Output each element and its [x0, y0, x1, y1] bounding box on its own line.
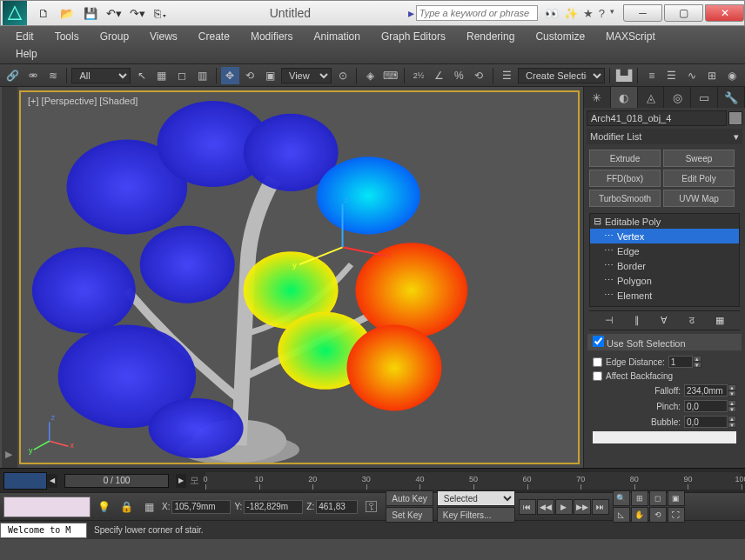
utilities-tab-icon[interactable]: 🔧 [718, 87, 745, 108]
configure-icon[interactable]: ▦ [715, 315, 724, 326]
pivot-icon[interactable]: ⊙ [333, 67, 352, 84]
edge-distance-field[interactable] [668, 356, 693, 368]
time-ruler[interactable]: 0102030405060708090100 [205, 472, 742, 490]
display-tab-icon[interactable]: ▭ [691, 87, 718, 108]
menu-graph-editors[interactable]: Graph Editors [371, 28, 456, 45]
track-bar-key[interactable] [3, 472, 47, 490]
key-icon[interactable]: ⚿ [361, 499, 382, 515]
rollup-header[interactable]: Use Soft Selection [587, 334, 742, 350]
goto-end-icon[interactable]: ⏭ [592, 499, 609, 515]
mod-sweep-button[interactable]: Sweep [663, 150, 735, 167]
zoom-all-icon[interactable]: ⊞ [631, 490, 648, 506]
affect-backfacing-checkbox[interactable] [593, 371, 602, 381]
new-icon[interactable]: 🗋 [32, 3, 55, 23]
close-button[interactable]: ✕ [705, 4, 744, 22]
align-icon[interactable]: ≡ [642, 67, 661, 84]
menu-customize[interactable]: Customize [525, 28, 595, 45]
keyboard-icon[interactable]: ⌨ [381, 67, 399, 84]
named-selection-combo[interactable]: Create Selection Se [518, 68, 605, 83]
maximize-viewport-icon[interactable]: ⛶ [668, 507, 685, 523]
play-icon[interactable]: ▶ [555, 499, 573, 515]
named-sel-icon[interactable]: ☰ [498, 67, 516, 84]
x-coord-field[interactable] [171, 500, 231, 514]
mod-uvwmap-button[interactable]: UVW Map [663, 190, 735, 207]
selection-filter-combo[interactable]: All [71, 68, 131, 83]
redo-icon[interactable]: ↷▾ [126, 3, 149, 23]
save-icon[interactable]: 💾 [79, 3, 102, 23]
manipulate-icon[interactable]: ◈ [361, 67, 379, 84]
mod-turbosmooth-button[interactable]: TurboSmooth [589, 190, 661, 207]
stack-vertex[interactable]: ⋯ Vertex [590, 229, 739, 243]
mirror-icon[interactable]: ▙▟ [614, 67, 633, 84]
binoculars-icon[interactable]: 👀 [545, 7, 559, 20]
show-result-icon[interactable]: ∥ [634, 315, 640, 326]
dropdown-icon[interactable]: ▾ [610, 7, 614, 20]
menu-maxscript[interactable]: MAXScript [595, 28, 666, 45]
star-icon[interactable]: ★ [583, 7, 594, 20]
stack-element[interactable]: ⋯ Element [590, 288, 739, 303]
maxscript-mini-listener[interactable]: Welcome to M [0, 523, 87, 538]
select-link-icon[interactable]: 🔗 [3, 67, 22, 84]
menu-rendering[interactable]: Rendering [456, 28, 525, 45]
z-coord-field[interactable] [316, 500, 358, 514]
rotate-icon[interactable]: ⟲ [241, 67, 259, 84]
edge-distance-checkbox[interactable] [593, 357, 602, 367]
pin-stack-icon[interactable]: ⊣ [605, 315, 614, 326]
make-unique-icon[interactable]: ∀ [661, 315, 668, 326]
y-coord-field[interactable] [244, 500, 303, 514]
layers-icon[interactable]: ☰ [662, 67, 681, 84]
pinch-field[interactable] [684, 400, 728, 412]
modify-tab-icon[interactable]: ◐ [611, 87, 638, 108]
select-region-icon[interactable]: ◻ [172, 67, 191, 84]
stack-polygon[interactable]: ⋯ Polygon [590, 273, 739, 288]
falloff-field[interactable] [684, 384, 728, 397]
info-icon[interactable]: ▸ [408, 6, 414, 20]
motion-tab-icon[interactable]: ◎ [664, 87, 691, 108]
maximize-button[interactable]: ▢ [664, 4, 703, 22]
lock-icon[interactable]: 🔒 [117, 498, 136, 516]
menu-group[interactable]: Group [90, 28, 139, 45]
stack-root[interactable]: ⊟ Editable Poly [590, 214, 739, 229]
create-tab-icon[interactable]: ✳ [584, 87, 611, 108]
prompt-icon[interactable]: 모 [186, 474, 202, 487]
pan-icon[interactable]: ✋ [631, 507, 648, 523]
mod-ffd-button[interactable]: FFD(box) [589, 170, 661, 187]
stack-border[interactable]: ⋯ Border [590, 258, 739, 273]
zoom-icon[interactable]: 🔍 [613, 490, 630, 506]
hierarchy-tab-icon[interactable]: ◬ [638, 87, 665, 108]
viewport-label[interactable]: [+] [Perspective] [Shaded] [28, 96, 138, 106]
next-frame-icon[interactable]: ▶▶ [574, 499, 591, 515]
menu-tools[interactable]: Tools [44, 28, 90, 45]
autokey-button[interactable]: Auto Key [386, 490, 433, 506]
menu-animation[interactable]: Animation [304, 28, 371, 45]
app-icon[interactable] [3, 1, 27, 25]
percent-snap-icon[interactable]: % [450, 67, 468, 84]
color-swatch[interactable] [728, 111, 742, 125]
spin-down-icon[interactable]: ▼ [693, 362, 701, 368]
time-prev-icon[interactable]: ◀ [47, 474, 57, 488]
mod-extrude-button[interactable]: Extrude [589, 150, 661, 167]
keyfilters-button[interactable]: Key Filters... [437, 507, 515, 523]
menu-help[interactable]: Help [5, 45, 48, 63]
material-icon[interactable]: ◉ [723, 67, 742, 84]
setkey-button[interactable]: Set Key [386, 507, 433, 523]
move-icon[interactable]: ✥ [221, 67, 239, 84]
snap-toggle-icon[interactable]: 2½ [409, 67, 427, 84]
menu-create[interactable]: Create [188, 28, 240, 45]
mod-editpoly-button[interactable]: Edit Poly [663, 170, 735, 187]
stack-edge[interactable]: ⋯ Edge [590, 243, 739, 258]
menu-views[interactable]: Views [139, 28, 188, 45]
coord-system-combo[interactable]: View [281, 68, 332, 83]
zoom-extents-all-icon[interactable]: ▣ [668, 490, 685, 506]
menu-modifiers[interactable]: Modifiers [240, 28, 304, 45]
prev-frame-icon[interactable]: ◀◀ [537, 499, 554, 515]
zoom-extents-icon[interactable]: ◻ [649, 490, 667, 506]
viewport[interactable]: [+] [Perspective] [Shaded] [19, 90, 580, 464]
link-icon[interactable]: ⎘▾ [150, 3, 172, 23]
undo-icon[interactable]: ↶▾ [103, 3, 125, 23]
use-soft-selection-checkbox[interactable] [593, 336, 604, 347]
goto-start-icon[interactable]: ⏮ [519, 499, 536, 515]
window-crossing-icon[interactable]: ▥ [192, 67, 211, 84]
curve-editor-icon[interactable]: ∿ [682, 67, 701, 84]
unlink-icon[interactable]: ⚮ [23, 67, 42, 84]
